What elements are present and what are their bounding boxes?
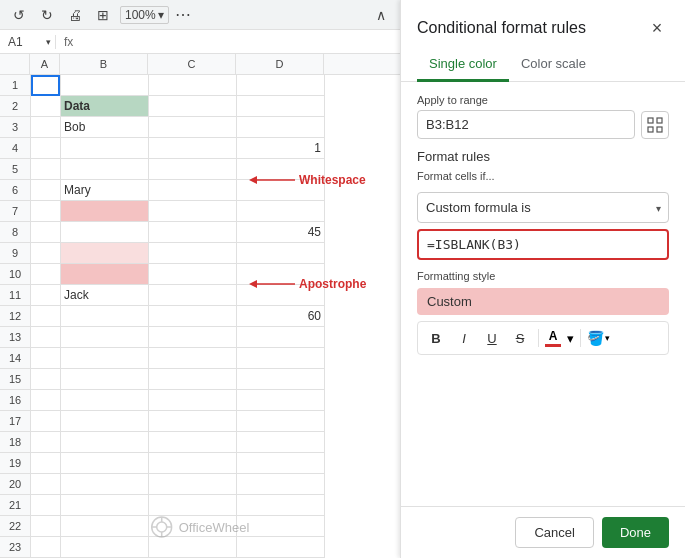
cell-d7[interactable] bbox=[237, 201, 324, 222]
cell-c13[interactable] bbox=[149, 327, 236, 348]
cell-d15[interactable] bbox=[237, 369, 324, 390]
row-header-11[interactable]: 11 bbox=[0, 285, 30, 306]
cell-a21[interactable] bbox=[31, 495, 60, 516]
cell-c20[interactable] bbox=[149, 474, 236, 495]
cell-d12[interactable]: 60 bbox=[237, 306, 324, 327]
cell-c9[interactable] bbox=[149, 243, 236, 264]
tab-single-color[interactable]: Single color bbox=[417, 48, 509, 82]
done-button[interactable]: Done bbox=[602, 517, 669, 548]
row-header-10[interactable]: 10 bbox=[0, 264, 30, 285]
cell-b2[interactable]: Data bbox=[61, 96, 148, 117]
cell-c7[interactable] bbox=[149, 201, 236, 222]
row-header-21[interactable]: 21 bbox=[0, 495, 30, 516]
cell-d13[interactable] bbox=[237, 327, 324, 348]
italic-button[interactable]: I bbox=[452, 326, 476, 350]
row-header-9[interactable]: 9 bbox=[0, 243, 30, 264]
cell-a4[interactable] bbox=[31, 138, 60, 159]
cancel-button[interactable]: Cancel bbox=[515, 517, 593, 548]
cell-c23[interactable] bbox=[149, 537, 236, 558]
print-button[interactable]: 🖨 bbox=[64, 4, 86, 26]
cell-a1[interactable] bbox=[31, 75, 60, 96]
cell-c5[interactable] bbox=[149, 159, 236, 180]
cell-d19[interactable] bbox=[237, 453, 324, 474]
row-header-13[interactable]: 13 bbox=[0, 327, 30, 348]
cell-c12[interactable] bbox=[149, 306, 236, 327]
col-header-b[interactable]: B bbox=[60, 54, 148, 74]
cell-d11[interactable] bbox=[237, 285, 324, 306]
row-header-15[interactable]: 15 bbox=[0, 369, 30, 390]
cell-b22[interactable] bbox=[61, 516, 148, 537]
cell-b10[interactable] bbox=[61, 264, 148, 285]
cell-a14[interactable] bbox=[31, 348, 60, 369]
zoom-selector[interactable]: 100% ▾ bbox=[120, 6, 169, 24]
row-header-14[interactable]: 14 bbox=[0, 348, 30, 369]
cell-a18[interactable] bbox=[31, 432, 60, 453]
cell-b4[interactable] bbox=[61, 138, 148, 159]
cell-a9[interactable] bbox=[31, 243, 60, 264]
cell-b20[interactable] bbox=[61, 474, 148, 495]
fill-color-button[interactable]: 🪣 ▾ bbox=[587, 330, 610, 346]
cell-b6[interactable]: Mary bbox=[61, 180, 148, 201]
cell-a2[interactable] bbox=[31, 96, 60, 117]
cell-a8[interactable] bbox=[31, 222, 60, 243]
format-button[interactable]: ⊞ bbox=[92, 4, 114, 26]
cell-b11[interactable]: Jack bbox=[61, 285, 148, 306]
cell-b1[interactable] bbox=[61, 75, 148, 96]
cell-a16[interactable] bbox=[31, 390, 60, 411]
cell-d9[interactable] bbox=[237, 243, 324, 264]
cell-d18[interactable] bbox=[237, 432, 324, 453]
cell-c17[interactable] bbox=[149, 411, 236, 432]
cell-a23[interactable] bbox=[31, 537, 60, 558]
cell-d22[interactable] bbox=[237, 516, 324, 537]
range-input[interactable] bbox=[417, 110, 635, 139]
cell-d14[interactable] bbox=[237, 348, 324, 369]
cell-b19[interactable] bbox=[61, 453, 148, 474]
cell-d4[interactable]: 1 bbox=[237, 138, 324, 159]
row-header-1[interactable]: 1 bbox=[0, 75, 30, 96]
row-header-16[interactable]: 16 bbox=[0, 390, 30, 411]
cell-c16[interactable] bbox=[149, 390, 236, 411]
cell-reference[interactable]: A1 ▾ bbox=[4, 35, 56, 49]
col-header-d[interactable]: D bbox=[236, 54, 324, 74]
cell-d6[interactable] bbox=[237, 180, 324, 201]
cell-b15[interactable] bbox=[61, 369, 148, 390]
cell-d2[interactable] bbox=[237, 96, 324, 117]
cell-c14[interactable] bbox=[149, 348, 236, 369]
cell-d21[interactable] bbox=[237, 495, 324, 516]
collapse-button[interactable]: ∧ bbox=[370, 4, 392, 26]
cell-d16[interactable] bbox=[237, 390, 324, 411]
formula-input[interactable]: =ISBLANK(B3) bbox=[417, 229, 669, 260]
col-header-a[interactable]: A bbox=[30, 54, 60, 74]
row-header-5[interactable]: 5 bbox=[0, 159, 30, 180]
row-header-7[interactable]: 7 bbox=[0, 201, 30, 222]
cell-d10[interactable] bbox=[237, 264, 324, 285]
font-color-button[interactable]: A bbox=[545, 329, 561, 347]
row-header-22[interactable]: 22 bbox=[0, 516, 30, 537]
redo-button[interactable]: ↻ bbox=[36, 4, 58, 26]
row-header-20[interactable]: 20 bbox=[0, 474, 30, 495]
cell-a10[interactable] bbox=[31, 264, 60, 285]
cell-a12[interactable] bbox=[31, 306, 60, 327]
cell-c21[interactable] bbox=[149, 495, 236, 516]
cell-d17[interactable] bbox=[237, 411, 324, 432]
condition-dropdown[interactable]: Custom formula is Is empty Is not empty … bbox=[417, 192, 669, 223]
cell-a15[interactable] bbox=[31, 369, 60, 390]
cell-b13[interactable] bbox=[61, 327, 148, 348]
cell-a7[interactable] bbox=[31, 201, 60, 222]
cell-c1[interactable] bbox=[149, 75, 236, 96]
cell-c15[interactable] bbox=[149, 369, 236, 390]
cell-c4[interactable] bbox=[149, 138, 236, 159]
cell-a22[interactable] bbox=[31, 516, 60, 537]
row-header-6[interactable]: 6 bbox=[0, 180, 30, 201]
cell-a11[interactable] bbox=[31, 285, 60, 306]
cell-b16[interactable] bbox=[61, 390, 148, 411]
row-header-19[interactable]: 19 bbox=[0, 453, 30, 474]
cell-b14[interactable] bbox=[61, 348, 148, 369]
cell-b21[interactable] bbox=[61, 495, 148, 516]
cell-c3[interactable] bbox=[149, 117, 236, 138]
row-header-18[interactable]: 18 bbox=[0, 432, 30, 453]
cell-b9[interactable] bbox=[61, 243, 148, 264]
select-range-button[interactable] bbox=[641, 111, 669, 139]
cell-b12[interactable] bbox=[61, 306, 148, 327]
cell-d20[interactable] bbox=[237, 474, 324, 495]
